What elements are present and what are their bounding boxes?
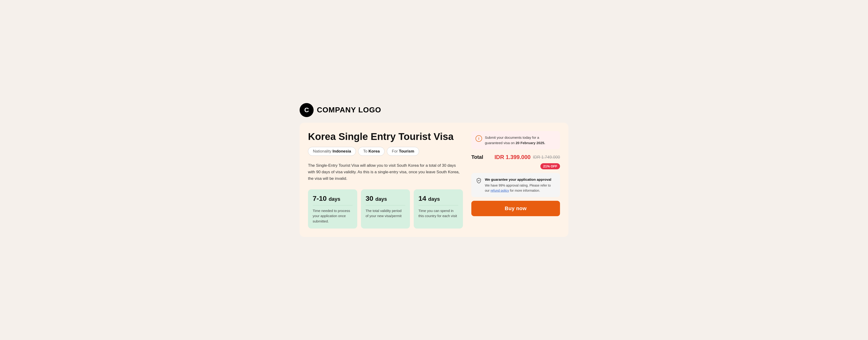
guarantee-text: Submit your documents today for a guaran… [485,135,556,146]
stats-row: 7-10 days Time needed to process your ap… [308,189,463,229]
tag-destination: To Korea [358,147,384,156]
total-label: Total [471,154,483,160]
stat-value-processing: 7-10 days [313,195,352,205]
stat-value-validity: 30 days [366,195,406,205]
right-section: i Submit your documents today for a guar… [471,131,560,229]
guarantee-banner: i Submit your documents today for a guar… [471,131,560,149]
tag-purpose-value: Tourism [399,149,414,154]
tag-nationality: Nationality Indonesia [308,147,356,156]
header: C COMPANY LOGO [300,103,568,117]
stat-desc-stay: Time you can spend in this country for e… [418,208,458,219]
page-wrapper: C COMPANY LOGO Korea Single Entry Touris… [294,98,574,243]
logo-icon: C [300,103,314,117]
tag-for-label: For [392,149,399,154]
tag-nationality-value: Indonesia [333,149,351,154]
stat-card-processing: 7-10 days Time needed to process your ap… [308,189,357,229]
tag-destination-value: Korea [368,149,380,154]
price-area: IDR 1.399.000 IDR 1.749.000 [494,154,560,161]
shield-icon [475,177,482,184]
info-icon: i [475,135,482,142]
main-card: Korea Single Entry Tourist Visa National… [300,123,568,237]
tag-nationality-label: Nationality [313,149,333,154]
refund-policy-link[interactable]: refund policy [491,189,509,193]
tag-to-label: To [363,149,368,154]
stat-desc-validity: The total validity period of your new vi… [366,208,406,219]
stat-card-stay: 14 days Time you can spend in this count… [414,189,463,229]
price-original: IDR 1.749.000 [533,155,560,160]
approval-title: We guarantee your application approval [485,177,556,182]
approval-text: We guarantee your application approval W… [485,177,556,193]
company-logo-text: COMPANY LOGO [317,106,381,114]
buy-now-button[interactable]: Buy now [471,201,560,216]
stat-value-stay: 14 days [418,195,458,205]
pricing-section: Total IDR 1.399.000 IDR 1.749.000 21% OF… [471,153,560,169]
tag-purpose: For Tourism [387,147,419,156]
visa-title: Korea Single Entry Tourist Visa [308,131,463,142]
guarantee-date: 20 February 2025. [516,141,545,145]
tags-row: Nationality Indonesia To Korea For Touri… [308,147,463,156]
approval-box: We guarantee your application approval W… [471,173,560,197]
stat-card-validity: 30 days The total validity period of you… [361,189,410,229]
visa-description: The Single-Entry Tourist Visa will allow… [308,162,463,182]
price-current: IDR 1.399.000 [494,154,531,161]
pricing-row: Total IDR 1.399.000 IDR 1.749.000 [471,153,560,161]
stat-desc-processing: Time needed to process your application … [313,208,352,224]
left-section: Korea Single Entry Tourist Visa National… [308,131,463,229]
discount-badge: 21% OFF [540,163,560,169]
